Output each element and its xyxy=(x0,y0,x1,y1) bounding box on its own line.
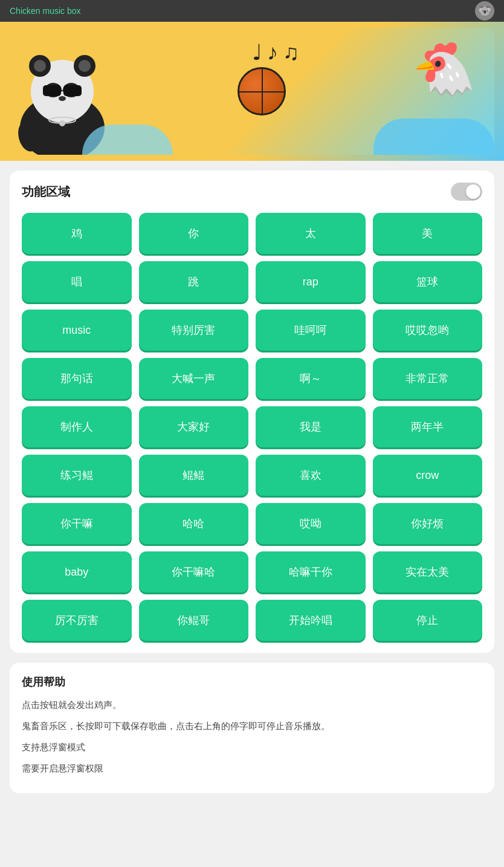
music-button-11[interactable]: 哎哎忽哟 xyxy=(373,310,483,351)
music-button-27[interactable]: 你好烦 xyxy=(373,503,483,544)
music-button-35[interactable]: 停止 xyxy=(373,600,483,641)
music-button-28[interactable]: baby xyxy=(22,551,132,593)
svg-point-5 xyxy=(79,60,91,72)
banner-inner: ♩♪♫ 🐔 xyxy=(10,28,494,155)
music-button-25[interactable]: 哈哈 xyxy=(139,503,249,544)
music-button-15[interactable]: 非常正常 xyxy=(373,358,483,399)
music-button-19[interactable]: 两年半 xyxy=(373,406,483,447)
music-button-18[interactable]: 我是 xyxy=(256,406,366,447)
help-line: 需要开启悬浮窗权限 xyxy=(22,760,482,776)
music-button-22[interactable]: 喜欢 xyxy=(256,455,366,496)
app-title: Chicken music box xyxy=(10,6,81,16)
music-notes: ♩♪♫ xyxy=(252,40,304,65)
music-button-10[interactable]: 哇呵呵 xyxy=(256,310,366,351)
header: Chicken music box 🐨 xyxy=(0,0,504,22)
help-text: 点击按钮就会发出鸡声。鬼畜音乐区，长按即可下载保存歌曲，点击右上角的停字即可停止… xyxy=(22,697,482,776)
banner: ♩♪♫ 🐔 xyxy=(0,22,504,161)
help-line: 支持悬浮窗模式 xyxy=(22,739,482,755)
music-button-23[interactable]: crow xyxy=(373,455,483,496)
music-button-4[interactable]: 唱 xyxy=(22,261,132,302)
cloud-left xyxy=(82,125,173,155)
music-button-34[interactable]: 开始吟唱 xyxy=(256,600,366,641)
music-button-1[interactable]: 你 xyxy=(139,213,249,254)
music-button-0[interactable]: 鸡 xyxy=(22,213,132,254)
section-header: 功能区域 xyxy=(22,183,482,201)
music-button-29[interactable]: 你干嘛哈 xyxy=(139,551,249,593)
music-button-16[interactable]: 制作人 xyxy=(22,406,132,447)
music-button-13[interactable]: 大喊一声 xyxy=(139,358,249,399)
svg-point-3 xyxy=(34,60,46,72)
svg-rect-8 xyxy=(43,85,61,96)
section-title: 功能区域 xyxy=(22,184,70,200)
avatar[interactable]: 🐨 xyxy=(475,1,494,21)
music-button-6[interactable]: rap xyxy=(256,261,366,302)
music-button-33[interactable]: 你鲲哥 xyxy=(139,600,249,641)
music-button-31[interactable]: 实在太美 xyxy=(373,551,483,593)
avatar-icon: 🐨 xyxy=(478,4,491,18)
music-button-26[interactable]: 哎呦 xyxy=(256,503,366,544)
help-line: 鬼畜音乐区，长按即可下载保存歌曲，点击右上角的停字即可停止音乐播放。 xyxy=(22,718,482,734)
music-button-9[interactable]: 特别厉害 xyxy=(139,310,249,351)
music-button-20[interactable]: 练习鲲 xyxy=(22,455,132,496)
music-button-2[interactable]: 太 xyxy=(256,213,366,254)
help-section: 使用帮助 点击按钮就会发出鸡声。鬼畜音乐区，长按即可下载保存歌曲，点击右上角的停… xyxy=(10,663,494,793)
music-button-7[interactable]: 篮球 xyxy=(373,261,483,302)
basketball xyxy=(237,67,286,115)
music-button-5[interactable]: 跳 xyxy=(139,261,249,302)
svg-point-11 xyxy=(59,96,66,101)
music-button-30[interactable]: 哈嘛干你 xyxy=(256,551,366,593)
music-button-24[interactable]: 你干嘛 xyxy=(22,503,132,544)
music-button-14[interactable]: 啊～ xyxy=(256,358,366,399)
cloud-right xyxy=(373,119,494,155)
help-title: 使用帮助 xyxy=(22,675,482,689)
music-button-21[interactable]: 鲲鲲 xyxy=(139,455,249,496)
toggle-switch[interactable] xyxy=(451,183,482,201)
help-line: 点击按钮就会发出鸡声。 xyxy=(22,697,482,713)
button-grid: 鸡你太美唱跳rap篮球music特别厉害哇呵呵哎哎忽哟那句话大喊一声啊～非常正常… xyxy=(22,213,482,641)
music-button-32[interactable]: 厉不厉害 xyxy=(22,600,132,641)
chicken-emoji: 🐔 xyxy=(412,43,476,94)
main-card: 功能区域 鸡你太美唱跳rap篮球music特别厉害哇呵呵哎哎忽哟那句话大喊一声啊… xyxy=(10,170,494,653)
music-button-8[interactable]: music xyxy=(22,310,132,351)
svg-point-13 xyxy=(59,120,65,126)
music-button-3[interactable]: 美 xyxy=(373,213,483,254)
music-button-17[interactable]: 大家好 xyxy=(139,406,249,447)
svg-rect-9 xyxy=(63,85,82,96)
music-button-12[interactable]: 那句话 xyxy=(22,358,132,399)
